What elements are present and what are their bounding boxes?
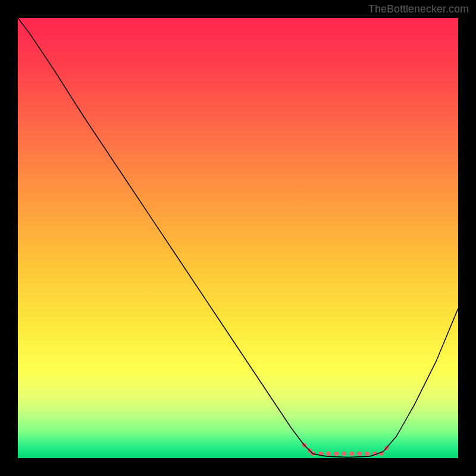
chart-plot: [18, 18, 458, 458]
chart-svg: [18, 18, 458, 458]
watermark-text: TheBottlenecker.com: [368, 3, 469, 15]
chart-background: [18, 18, 458, 458]
